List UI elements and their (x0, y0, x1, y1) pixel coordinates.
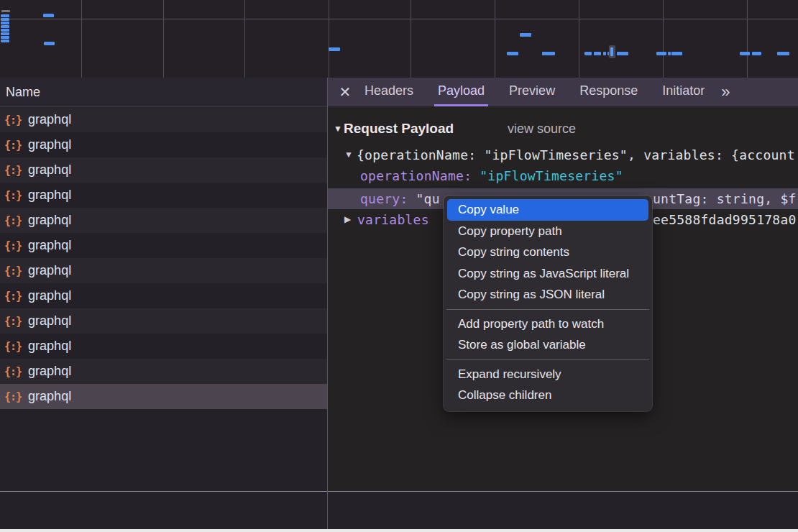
menu-item-label: Copy string as JSON literal (458, 288, 605, 301)
request-row[interactable]: {:} graphql (0, 107, 327, 132)
request-row[interactable]: {:} graphql (0, 384, 327, 409)
json-braces-icon: {:} (4, 390, 22, 403)
tab-payload[interactable]: Payload (434, 78, 488, 106)
tree-row-root-preview[interactable]: ▼ {operationName: "ipFlowTimeseries", va… (328, 145, 798, 165)
tab-headers[interactable]: Headers (361, 78, 417, 106)
json-braces-icon: {:} (4, 214, 22, 227)
section-disclosure-triangle-icon[interactable]: ▼ (334, 118, 342, 139)
menu-item-add-property-path-to-watch[interactable]: Add property path to watch (447, 313, 648, 335)
request-row[interactable]: {:} graphql (0, 359, 327, 384)
timeline-gridline (411, 0, 411, 78)
request-name-label: graphql (28, 213, 71, 228)
menu-item-copy-value[interactable]: Copy value (447, 199, 648, 221)
json-braces-icon: {:} (4, 315, 22, 328)
request-name-label: graphql (28, 339, 71, 354)
tabs-group: Headers Payload Preview Response Initiat… (352, 78, 717, 106)
request-row[interactable]: {:} graphql (0, 334, 327, 359)
waterfall-bar (594, 52, 601, 55)
request-row[interactable]: {:} graphql (0, 283, 327, 308)
menu-item-expand-recursively[interactable]: Expand recursively (447, 364, 648, 385)
waterfall-bar (507, 52, 518, 55)
json-braces-icon: {:} (4, 189, 22, 202)
devtools-network-panel: Name {:} graphql {:} graphql {:} graphql… (0, 0, 798, 532)
waterfall-bar (1, 29, 9, 32)
menu-item-label: Store as global variable (458, 338, 586, 352)
json-braces-icon: {:} (4, 164, 22, 177)
waterfall-bar (584, 52, 592, 55)
tab-preview[interactable]: Preview (505, 78, 559, 106)
json-braces-icon: {:} (4, 365, 22, 378)
request-row[interactable]: {:} graphql (0, 208, 327, 233)
json-braces-icon: {:} (4, 290, 22, 303)
menu-item-label: Copy value (458, 203, 519, 216)
waterfall-bar (43, 14, 54, 17)
waterfall-bar (671, 52, 682, 55)
json-braces-icon: {:} (4, 265, 22, 278)
menu-item-label: Copy string contents (458, 245, 569, 259)
request-row[interactable]: {:} graphql (0, 308, 327, 334)
waterfall-bar (656, 52, 666, 55)
context-menu: Copy value Copy property path Copy strin… (444, 196, 652, 411)
request-payload-section-header: ▼ Request Payload view source (328, 118, 798, 139)
root-preview-text: {operationName: "ipFlowTimeseries", vari… (357, 145, 795, 165)
menu-item-label: Add property path to watch (458, 317, 604, 331)
detail-tab-bar: ✕ Headers Payload Preview Response Initi… (328, 78, 798, 106)
tab-label: Headers (364, 83, 413, 98)
waterfall-bar (542, 52, 555, 55)
property-key: query: (360, 191, 416, 206)
request-name-label: graphql (28, 162, 71, 178)
waterfall-bar (777, 52, 789, 55)
request-name-label: graphql (28, 313, 71, 329)
more-tabs-chevron-icon[interactable]: » (721, 83, 730, 101)
request-name-label: graphql (28, 288, 71, 303)
json-braces-icon: {:} (4, 239, 22, 252)
request-name-label: graphql (28, 112, 71, 127)
menu-item-store-as-global-variable[interactable]: Store as global variable (447, 334, 648, 356)
network-overview-timeline[interactable] (0, 0, 798, 78)
menu-item-copy-property-path[interactable]: Copy property path (447, 221, 648, 242)
tab-label: Initiator (662, 83, 705, 98)
request-name-label: graphql (28, 238, 71, 253)
waterfall-bar (740, 52, 750, 55)
request-row[interactable]: {:} graphql (0, 132, 327, 157)
view-source-link[interactable]: view source (508, 118, 576, 139)
column-header-name[interactable]: Name (0, 78, 327, 107)
request-row[interactable]: {:} graphql (0, 233, 327, 258)
request-name-label: graphql (28, 263, 71, 278)
json-braces-icon: {:} (4, 114, 22, 127)
request-row[interactable]: {:} graphql (0, 183, 327, 208)
request-name-label: graphql (28, 137, 71, 152)
waterfall-bar (1, 22, 9, 24)
menu-item-collapse-children[interactable]: Collapse children (447, 385, 648, 406)
json-braces-icon: {:} (4, 139, 22, 152)
selected-request-marker-bar (610, 47, 613, 56)
statusbar-divider (0, 491, 798, 492)
panel-split-divider[interactable] (327, 78, 328, 529)
menu-item-label: Expand recursively (458, 367, 561, 381)
request-list: {:} graphql {:} graphql {:} graphql {:} … (0, 107, 327, 409)
tab-label: Response (579, 83, 638, 98)
timeline-gridline (329, 0, 329, 78)
collapsed-arrow-icon[interactable]: ▶ (344, 209, 351, 230)
request-row[interactable]: {:} graphql (0, 157, 327, 183)
menu-item-copy-string-as-javascript-literal[interactable]: Copy string as JavaScript literal (447, 263, 648, 285)
expand-triangle-icon[interactable]: ▼ (344, 145, 353, 165)
waterfall-bar (1, 36, 9, 39)
request-name-label: graphql (28, 364, 71, 379)
menu-item-copy-string-contents[interactable]: Copy string contents (447, 242, 648, 263)
menu-item-copy-string-as-json-literal[interactable]: Copy string as JSON literal (447, 284, 648, 306)
request-row[interactable]: {:} graphql (0, 258, 327, 283)
property-key: operationName: (360, 168, 480, 183)
close-icon[interactable]: ✕ (338, 83, 352, 101)
menu-item-label: Copy property path (458, 224, 562, 238)
menu-separator (446, 309, 649, 310)
waterfall-bar (520, 33, 531, 37)
waterfall-bar (44, 42, 55, 45)
tree-row-operationname[interactable]: operationName:"ipFlowTimeseries" (328, 165, 798, 186)
property-string-value: "ipFlowTimeseries" (480, 168, 623, 183)
waterfall-bar (1, 10, 10, 12)
tab-initiator[interactable]: Initiator (659, 78, 708, 106)
tab-response[interactable]: Response (576, 78, 641, 106)
waterfall-bar (752, 52, 761, 55)
tab-label: Payload (438, 83, 485, 98)
